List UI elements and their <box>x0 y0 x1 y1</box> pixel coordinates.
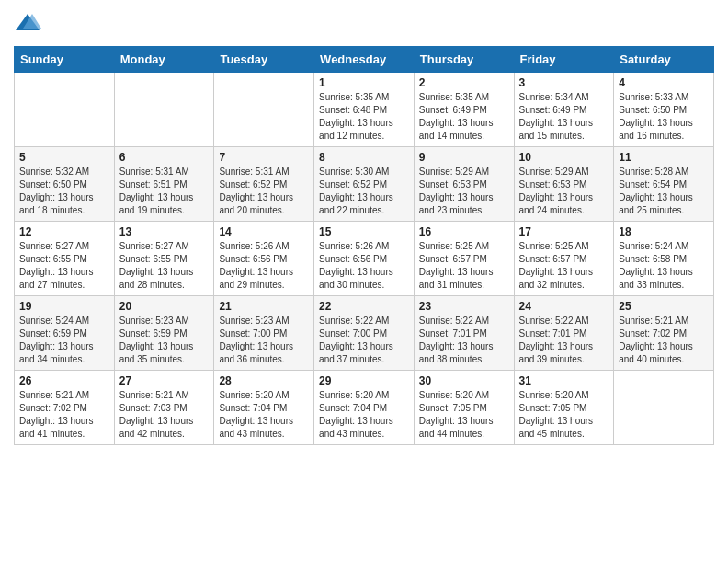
day-number: 25 <box>619 300 709 313</box>
calendar-week-row: 12Sunrise: 5:27 AM Sunset: 6:55 PM Dayli… <box>15 222 714 296</box>
weekday-header-monday: Monday <box>114 47 214 73</box>
day-info: Sunrise: 5:35 AM Sunset: 6:48 PM Dayligh… <box>319 91 409 143</box>
day-number: 7 <box>219 151 309 164</box>
calendar-cell: 12Sunrise: 5:27 AM Sunset: 6:55 PM Dayli… <box>15 222 115 296</box>
calendar-cell: 31Sunrise: 5:20 AM Sunset: 7:05 PM Dayli… <box>514 371 614 445</box>
page-header <box>14 14 714 37</box>
day-info: Sunrise: 5:29 AM Sunset: 6:53 PM Dayligh… <box>519 166 609 217</box>
day-number: 24 <box>519 300 609 313</box>
calendar-cell: 22Sunrise: 5:22 AM Sunset: 7:00 PM Dayli… <box>314 296 415 371</box>
calendar-cell: 28Sunrise: 5:20 AM Sunset: 7:04 PM Dayli… <box>214 371 314 445</box>
calendar-cell: 2Sunrise: 5:35 AM Sunset: 6:49 PM Daylig… <box>414 73 514 147</box>
calendar-cell: 18Sunrise: 5:24 AM Sunset: 6:58 PM Dayli… <box>614 222 714 296</box>
calendar-cell: 4Sunrise: 5:33 AM Sunset: 6:50 PM Daylig… <box>614 73 714 147</box>
calendar-cell <box>15 73 115 147</box>
day-number: 5 <box>19 151 109 164</box>
day-number: 27 <box>119 374 210 387</box>
day-info: Sunrise: 5:35 AM Sunset: 6:49 PM Dayligh… <box>419 91 509 143</box>
day-info: Sunrise: 5:28 AM Sunset: 6:54 PM Dayligh… <box>619 166 709 217</box>
calendar-cell: 20Sunrise: 5:23 AM Sunset: 6:59 PM Dayli… <box>114 296 214 371</box>
calendar-cell: 10Sunrise: 5:29 AM Sunset: 6:53 PM Dayli… <box>514 147 614 222</box>
day-number: 17 <box>519 225 609 238</box>
calendar-cell: 3Sunrise: 5:34 AM Sunset: 6:49 PM Daylig… <box>514 73 614 147</box>
day-info: Sunrise: 5:23 AM Sunset: 6:59 PM Dayligh… <box>119 315 210 366</box>
day-number: 31 <box>519 374 609 387</box>
calendar-cell: 11Sunrise: 5:28 AM Sunset: 6:54 PM Dayli… <box>614 147 714 222</box>
calendar-cell: 30Sunrise: 5:20 AM Sunset: 7:05 PM Dayli… <box>414 371 514 445</box>
day-info: Sunrise: 5:26 AM Sunset: 6:56 PM Dayligh… <box>219 240 309 292</box>
day-info: Sunrise: 5:22 AM Sunset: 7:01 PM Dayligh… <box>519 315 609 366</box>
calendar-cell: 19Sunrise: 5:24 AM Sunset: 6:59 PM Dayli… <box>15 296 115 371</box>
day-number: 6 <box>119 151 210 164</box>
day-info: Sunrise: 5:26 AM Sunset: 6:56 PM Dayligh… <box>319 240 409 292</box>
day-info: Sunrise: 5:33 AM Sunset: 6:50 PM Dayligh… <box>619 91 709 143</box>
day-number: 29 <box>319 374 409 387</box>
calendar-week-row: 1Sunrise: 5:35 AM Sunset: 6:48 PM Daylig… <box>15 73 714 147</box>
calendar-cell <box>214 73 314 147</box>
day-info: Sunrise: 5:31 AM Sunset: 6:52 PM Dayligh… <box>219 166 309 217</box>
calendar-cell: 5Sunrise: 5:32 AM Sunset: 6:50 PM Daylig… <box>15 147 115 222</box>
weekday-header-saturday: Saturday <box>614 47 714 73</box>
day-info: Sunrise: 5:23 AM Sunset: 7:00 PM Dayligh… <box>219 315 309 366</box>
day-number: 4 <box>619 76 709 89</box>
logo-icon <box>14 12 41 35</box>
day-info: Sunrise: 5:25 AM Sunset: 6:57 PM Dayligh… <box>519 240 609 292</box>
weekday-header-wednesday: Wednesday <box>314 47 415 73</box>
day-info: Sunrise: 5:25 AM Sunset: 6:57 PM Dayligh… <box>419 240 509 292</box>
calendar-cell: 24Sunrise: 5:22 AM Sunset: 7:01 PM Dayli… <box>514 296 614 371</box>
day-info: Sunrise: 5:24 AM Sunset: 6:58 PM Dayligh… <box>619 240 709 292</box>
calendar-cell: 8Sunrise: 5:30 AM Sunset: 6:52 PM Daylig… <box>314 147 415 222</box>
calendar-cell: 6Sunrise: 5:31 AM Sunset: 6:51 PM Daylig… <box>114 147 214 222</box>
day-info: Sunrise: 5:22 AM Sunset: 7:01 PM Dayligh… <box>419 315 509 366</box>
calendar-week-row: 26Sunrise: 5:21 AM Sunset: 7:02 PM Dayli… <box>15 371 714 445</box>
day-info: Sunrise: 5:34 AM Sunset: 6:49 PM Dayligh… <box>519 91 609 143</box>
day-number: 23 <box>419 300 509 313</box>
day-number: 16 <box>419 225 509 238</box>
day-number: 11 <box>619 151 709 164</box>
day-info: Sunrise: 5:20 AM Sunset: 7:04 PM Dayligh… <box>219 389 309 441</box>
calendar-cell: 1Sunrise: 5:35 AM Sunset: 6:48 PM Daylig… <box>314 73 415 147</box>
day-info: Sunrise: 5:24 AM Sunset: 6:59 PM Dayligh… <box>19 315 109 366</box>
weekday-header-sunday: Sunday <box>15 47 115 73</box>
day-number: 2 <box>419 76 509 89</box>
day-number: 9 <box>419 151 509 164</box>
day-number: 28 <box>219 374 309 387</box>
day-info: Sunrise: 5:20 AM Sunset: 7:05 PM Dayligh… <box>519 389 609 441</box>
day-number: 12 <box>19 225 109 238</box>
day-number: 20 <box>119 300 210 313</box>
day-number: 14 <box>219 225 309 238</box>
day-info: Sunrise: 5:21 AM Sunset: 7:02 PM Dayligh… <box>619 315 709 366</box>
calendar-cell: 25Sunrise: 5:21 AM Sunset: 7:02 PM Dayli… <box>614 296 714 371</box>
day-info: Sunrise: 5:21 AM Sunset: 7:02 PM Dayligh… <box>19 389 109 441</box>
day-info: Sunrise: 5:21 AM Sunset: 7:03 PM Dayligh… <box>119 389 210 441</box>
day-number: 26 <box>19 374 109 387</box>
calendar-week-row: 19Sunrise: 5:24 AM Sunset: 6:59 PM Dayli… <box>15 296 714 371</box>
calendar-cell: 16Sunrise: 5:25 AM Sunset: 6:57 PM Dayli… <box>414 222 514 296</box>
day-number: 8 <box>319 151 409 164</box>
day-number: 3 <box>519 76 609 89</box>
calendar-cell: 7Sunrise: 5:31 AM Sunset: 6:52 PM Daylig… <box>214 147 314 222</box>
day-info: Sunrise: 5:30 AM Sunset: 6:52 PM Dayligh… <box>319 166 409 217</box>
calendar-cell: 23Sunrise: 5:22 AM Sunset: 7:01 PM Dayli… <box>414 296 514 371</box>
day-number: 1 <box>319 76 409 89</box>
day-info: Sunrise: 5:20 AM Sunset: 7:04 PM Dayligh… <box>319 389 409 441</box>
calendar-cell: 9Sunrise: 5:29 AM Sunset: 6:53 PM Daylig… <box>414 147 514 222</box>
day-info: Sunrise: 5:22 AM Sunset: 7:00 PM Dayligh… <box>319 315 409 366</box>
day-number: 18 <box>619 225 709 238</box>
day-number: 22 <box>319 300 409 313</box>
day-number: 13 <box>119 225 210 238</box>
calendar-cell: 15Sunrise: 5:26 AM Sunset: 6:56 PM Dayli… <box>314 222 415 296</box>
day-info: Sunrise: 5:20 AM Sunset: 7:05 PM Dayligh… <box>419 389 509 441</box>
day-number: 30 <box>419 374 509 387</box>
calendar-table: SundayMondayTuesdayWednesdayThursdayFrid… <box>14 46 714 445</box>
calendar-cell <box>114 73 214 147</box>
calendar-cell: 21Sunrise: 5:23 AM Sunset: 7:00 PM Dayli… <box>214 296 314 371</box>
day-number: 15 <box>319 225 409 238</box>
calendar-cell: 27Sunrise: 5:21 AM Sunset: 7:03 PM Dayli… <box>114 371 214 445</box>
weekday-header-friday: Friday <box>514 47 614 73</box>
logo <box>14 14 43 37</box>
day-info: Sunrise: 5:27 AM Sunset: 6:55 PM Dayligh… <box>19 240 109 292</box>
calendar-week-row: 5Sunrise: 5:32 AM Sunset: 6:50 PM Daylig… <box>15 147 714 222</box>
calendar-cell: 29Sunrise: 5:20 AM Sunset: 7:04 PM Dayli… <box>314 371 415 445</box>
calendar-cell <box>614 371 714 445</box>
